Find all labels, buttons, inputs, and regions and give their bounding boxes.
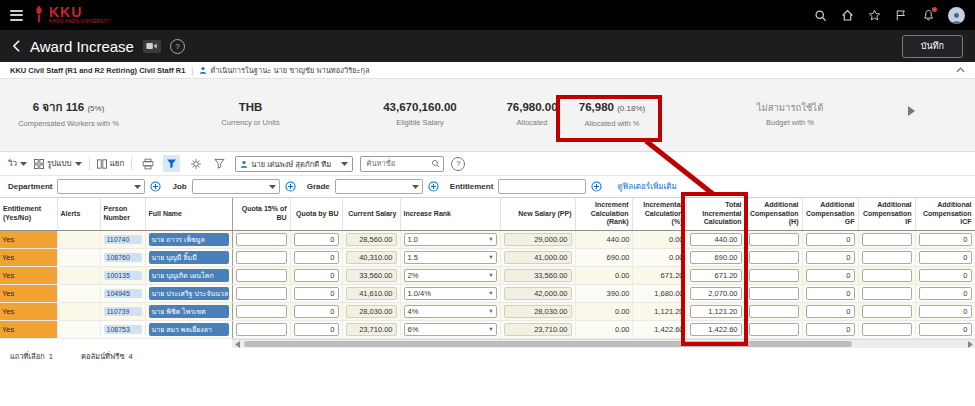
column-header-incremental-pct[interactable]: Incremental Calculation (%) bbox=[632, 198, 686, 230]
search-icon[interactable] bbox=[431, 159, 440, 168]
column-header-new-salary[interactable]: New Salary (PP) bbox=[500, 198, 575, 230]
increase-rank-select[interactable]: 6%▾ bbox=[404, 323, 497, 336]
stats-next-chevron-icon[interactable] bbox=[908, 106, 915, 116]
employee-name-link[interactable]: นาย ถาวร เพ็ชมูล bbox=[149, 233, 229, 246]
quota-bu-input[interactable]: 0 bbox=[294, 269, 339, 282]
flag-icon[interactable] bbox=[894, 8, 908, 22]
comp-gf-input[interactable]: 0 bbox=[806, 323, 855, 336]
more-filters-link[interactable]: ดูฟิลเตอร์เพิ่มเติม bbox=[617, 180, 676, 193]
filter-icon[interactable] bbox=[163, 155, 180, 172]
comp-icf-input[interactable]: 0 bbox=[919, 251, 972, 264]
comp-h-input[interactable] bbox=[749, 323, 799, 336]
person-number-link[interactable]: 110739 bbox=[104, 307, 142, 316]
increase-rank-select[interactable]: 1.0▾ bbox=[404, 233, 497, 246]
help-icon[interactable]: ? bbox=[451, 157, 465, 171]
back-icon[interactable] bbox=[12, 39, 21, 53]
kku-logo[interactable]: KKU KHON KAEN UNIVERSITY bbox=[33, 5, 112, 25]
view-menu[interactable]: วิว bbox=[8, 157, 27, 170]
cell-entitlement[interactable]: Yes bbox=[0, 248, 57, 266]
scrollbar-right-arrow[interactable] bbox=[965, 340, 975, 349]
quota-bu-input[interactable]: 0 bbox=[294, 305, 339, 318]
add-entitlement-filter-icon[interactable] bbox=[591, 181, 602, 192]
total-incremental-input[interactable]: 440.00 bbox=[690, 233, 742, 246]
column-header-person-number[interactable]: Person Number bbox=[100, 198, 145, 230]
column-header-total-incremental[interactable]: Total Incremental Calculation bbox=[686, 198, 745, 230]
home-icon[interactable] bbox=[840, 8, 854, 22]
total-incremental-input[interactable]: 671.20 bbox=[690, 269, 742, 282]
comp-h-input[interactable] bbox=[749, 305, 799, 318]
column-header-increase-rank[interactable]: Increase Rank bbox=[400, 198, 500, 230]
column-header-alerts[interactable]: Alerts bbox=[57, 198, 100, 230]
quota-bu-input[interactable]: 0 bbox=[294, 251, 339, 264]
scrollbar-left-arrow[interactable] bbox=[232, 340, 242, 349]
add-job-filter-icon[interactable] bbox=[285, 181, 296, 192]
help-icon[interactable]: ? bbox=[170, 39, 185, 54]
comp-if-input[interactable] bbox=[862, 251, 912, 264]
add-department-filter-icon[interactable] bbox=[150, 181, 161, 192]
comp-h-input[interactable] bbox=[749, 269, 799, 282]
total-incremental-input[interactable]: 1,121.20 bbox=[690, 305, 742, 318]
department-select[interactable] bbox=[57, 179, 145, 194]
comp-gf-input[interactable]: 0 bbox=[806, 287, 855, 300]
quota-15-input[interactable] bbox=[236, 269, 287, 282]
increase-rank-select[interactable]: 4%▾ bbox=[404, 305, 497, 318]
employee-name-link[interactable]: นาย บุญเกิด เผนโคก bbox=[149, 269, 229, 282]
settings-gear-icon[interactable] bbox=[187, 155, 204, 172]
employee-name-link[interactable]: นาย สมร พลเยี่ยงลา bbox=[149, 323, 229, 336]
comp-h-input[interactable] bbox=[749, 287, 799, 300]
advanced-filter-icon[interactable] bbox=[211, 155, 228, 172]
user-avatar[interactable] bbox=[948, 7, 965, 24]
person-number-link[interactable]: 108760 bbox=[104, 253, 142, 262]
job-select[interactable] bbox=[192, 179, 280, 194]
grade-select[interactable] bbox=[335, 179, 423, 194]
person-number-link[interactable]: 104945 bbox=[104, 289, 142, 298]
comp-icf-input[interactable]: 0 bbox=[919, 305, 972, 318]
column-header-comp-icf[interactable]: Additional Compensation ICF bbox=[915, 198, 975, 230]
cell-entitlement[interactable]: Yes bbox=[0, 266, 57, 284]
comp-icf-input[interactable]: 0 bbox=[919, 323, 972, 336]
quota-15-input[interactable] bbox=[236, 305, 287, 318]
comp-gf-input[interactable]: 0 bbox=[806, 251, 855, 264]
quota-15-input[interactable] bbox=[236, 323, 287, 336]
column-header-current-salary[interactable]: Current Salary bbox=[342, 198, 400, 230]
total-incremental-input[interactable]: 690.00 bbox=[690, 251, 742, 264]
team-selector[interactable]: นาย เด่นพงษ์ สุดภักดี ทีม bbox=[235, 156, 353, 172]
quota-bu-input[interactable]: 0 bbox=[294, 287, 339, 300]
quota-15-input[interactable] bbox=[236, 233, 287, 246]
quota-15-input[interactable] bbox=[236, 287, 287, 300]
comp-h-input[interactable] bbox=[749, 251, 799, 264]
collapse-panel-icon[interactable] bbox=[956, 67, 965, 73]
cell-entitlement[interactable]: Yes bbox=[0, 320, 57, 338]
search-icon[interactable] bbox=[813, 8, 827, 22]
comp-if-input[interactable] bbox=[862, 233, 912, 246]
increase-rank-select[interactable]: 1.0/4%▾ bbox=[404, 287, 497, 300]
person-number-link[interactable]: 100135 bbox=[104, 271, 142, 280]
search-input[interactable] bbox=[364, 158, 429, 169]
save-button[interactable]: บันทึก bbox=[902, 35, 963, 58]
add-grade-filter-icon[interactable] bbox=[428, 181, 439, 192]
total-incremental-input[interactable]: 2,070.00 bbox=[690, 287, 742, 300]
comp-if-input[interactable] bbox=[862, 269, 912, 282]
column-header-comp-h[interactable]: Additional Compensation (H) bbox=[745, 198, 802, 230]
column-header-quota-bu[interactable]: Quota by BU bbox=[290, 198, 342, 230]
column-header-quota-15[interactable]: Quota 15% of BU bbox=[232, 198, 290, 230]
employee-name-link[interactable]: นาย ประเสริฐ ประจันนวล bbox=[149, 287, 229, 300]
cell-entitlement[interactable]: Yes bbox=[0, 284, 57, 302]
split-button[interactable]: แยก bbox=[97, 157, 125, 170]
person-number-link[interactable]: 110740 bbox=[104, 235, 142, 244]
quota-bu-input[interactable]: 0 bbox=[294, 233, 339, 246]
entitlement-filter-input[interactable] bbox=[498, 179, 586, 194]
comp-gf-input[interactable]: 0 bbox=[806, 269, 855, 282]
comp-h-input[interactable] bbox=[749, 233, 799, 246]
increase-rank-select[interactable]: 1.5▾ bbox=[404, 251, 497, 264]
comp-gf-input[interactable]: 0 bbox=[806, 305, 855, 318]
person-number-link[interactable]: 108753 bbox=[104, 325, 142, 334]
cell-entitlement[interactable]: Yes bbox=[0, 302, 57, 320]
comp-icf-input[interactable]: 0 bbox=[919, 287, 972, 300]
format-menu[interactable]: รูปแบบ bbox=[34, 157, 82, 170]
column-header-increment-rank[interactable]: Increment Calculation (Rank) bbox=[575, 198, 632, 230]
comp-if-input[interactable] bbox=[862, 323, 912, 336]
quota-bu-input[interactable]: 0 bbox=[294, 323, 339, 336]
cell-entitlement[interactable]: Yes bbox=[0, 230, 57, 248]
column-header-comp-if[interactable]: Additional Compensation IF bbox=[858, 198, 915, 230]
